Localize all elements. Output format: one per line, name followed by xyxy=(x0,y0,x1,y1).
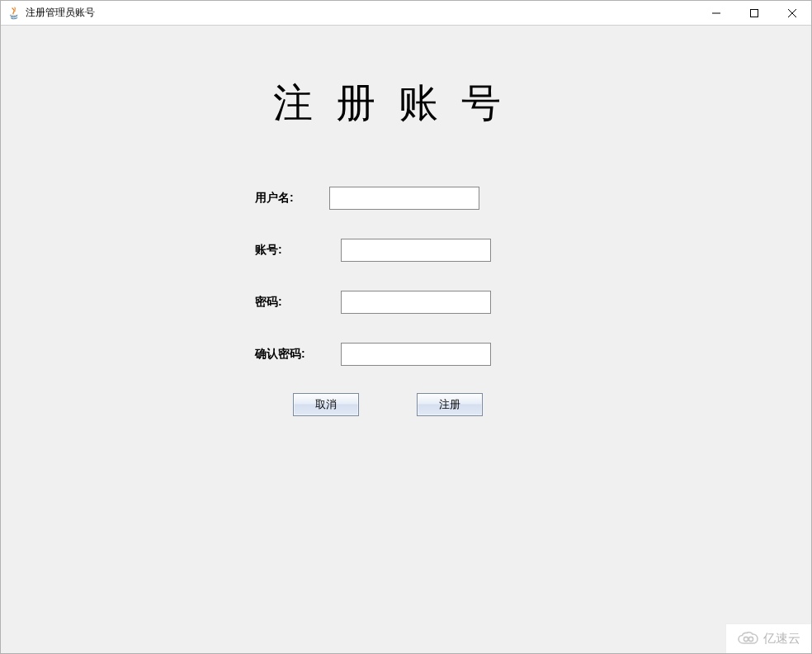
account-input[interactable] xyxy=(341,239,491,262)
username-label: 用户名: xyxy=(255,191,329,206)
java-icon xyxy=(7,7,21,20)
confirm-password-input[interactable] xyxy=(341,343,491,366)
titlebar: 注册管理员账号 xyxy=(1,1,811,26)
cancel-button[interactable]: 取消 xyxy=(293,393,359,416)
window-title: 注册管理员账号 xyxy=(26,6,697,20)
watermark: 亿速云 xyxy=(725,623,811,653)
password-row: 密码: xyxy=(255,291,491,314)
window-controls xyxy=(697,1,811,25)
account-row: 账号: xyxy=(255,239,491,262)
maximize-button[interactable] xyxy=(735,1,773,25)
account-label: 账号: xyxy=(255,243,329,258)
close-button[interactable] xyxy=(773,1,811,25)
page-heading: 注 册 账 号 xyxy=(273,77,508,130)
svg-rect-1 xyxy=(751,9,758,17)
confirm-password-label: 确认密码: xyxy=(255,347,329,362)
svg-point-5 xyxy=(748,637,753,641)
minimize-button[interactable] xyxy=(697,1,735,25)
svg-point-4 xyxy=(744,637,748,641)
register-button[interactable]: 注册 xyxy=(417,393,483,416)
watermark-text: 亿速云 xyxy=(763,631,800,647)
password-label: 密码: xyxy=(255,295,329,310)
username-input[interactable] xyxy=(329,187,479,210)
confirm-password-row: 确认密码: xyxy=(255,343,491,366)
cloud-icon xyxy=(737,632,760,647)
app-window: 注册管理员账号 注 册 账 号 用户名: 账号: 密码: xyxy=(0,0,812,654)
username-row: 用户名: xyxy=(255,187,479,210)
content-area: 注 册 账 号 用户名: 账号: 密码: 确认密码: 取消 注册 xyxy=(1,26,811,653)
password-input[interactable] xyxy=(341,291,491,314)
